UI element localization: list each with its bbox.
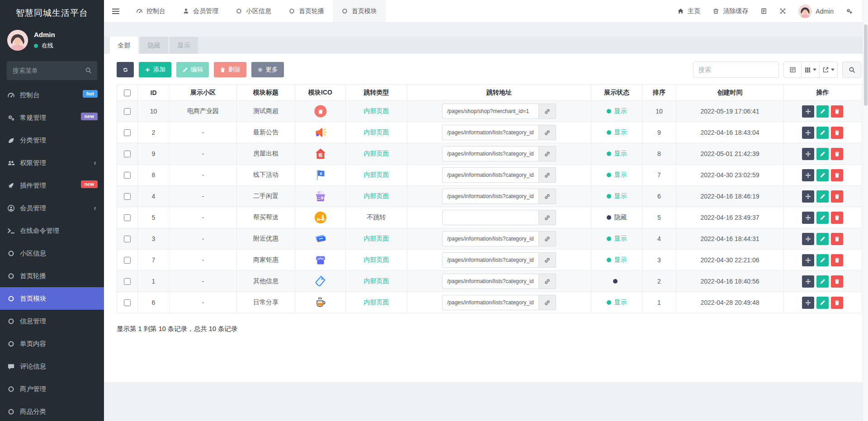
- home-link[interactable]: 主页: [677, 7, 700, 15]
- drag-sort-button[interactable]: [802, 127, 814, 139]
- jump-url-input[interactable]: [442, 274, 539, 289]
- edit-row-button[interactable]: [816, 212, 829, 224]
- row-checkbox[interactable]: [124, 151, 131, 157]
- header-title[interactable]: 模块标题: [237, 85, 295, 101]
- user-menu[interactable]: Admin: [798, 5, 834, 18]
- add-button[interactable]: 添加: [139, 62, 171, 77]
- clear-cache-button[interactable]: 清除缓存: [712, 7, 748, 15]
- delete-row-button[interactable]: [831, 169, 843, 181]
- sidebar-item-member[interactable]: 会员管理‹: [0, 197, 104, 219]
- avatar[interactable]: [7, 30, 28, 51]
- delete-row-button[interactable]: [831, 297, 843, 309]
- filter-tab-visible[interactable]: 显示: [170, 37, 198, 54]
- jump-url-input[interactable]: [442, 104, 539, 119]
- nav-tab-dashboard[interactable]: 控制台: [127, 0, 174, 22]
- jump-url-input[interactable]: [442, 189, 539, 204]
- delete-row-button[interactable]: [831, 233, 843, 245]
- link-button[interactable]: [539, 231, 556, 246]
- sidebar-item-home-module[interactable]: 首页模块: [0, 287, 104, 310]
- sidebar-item-general[interactable]: 常规管理new: [0, 106, 104, 129]
- row-checkbox[interactable]: [124, 214, 131, 221]
- link-button[interactable]: [539, 167, 556, 183]
- header-community[interactable]: 展示小区: [170, 85, 237, 101]
- select-all-checkbox[interactable]: [124, 90, 131, 96]
- link-button[interactable]: [539, 104, 556, 119]
- link-button[interactable]: [539, 274, 556, 289]
- sidebar-item-single-page[interactable]: 单页内容: [0, 332, 104, 355]
- drag-sort-button[interactable]: [802, 254, 814, 266]
- fullscreen-button[interactable]: [779, 8, 786, 14]
- link-button[interactable]: [539, 295, 556, 310]
- sidebar-item-dashboard[interactable]: 控制台hot: [0, 84, 104, 106]
- drag-sort-button[interactable]: [802, 105, 814, 118]
- sidebar-item-comments[interactable]: 评论信息: [0, 355, 104, 378]
- drag-sort-button[interactable]: [802, 275, 814, 288]
- drag-sort-button[interactable]: [802, 212, 814, 224]
- columns-button[interactable]: [802, 61, 820, 78]
- link-button[interactable]: [539, 252, 556, 268]
- nav-tab-member[interactable]: 会员管理: [174, 0, 227, 22]
- sidebar-item-information[interactable]: 信息管理: [0, 310, 104, 332]
- link-button[interactable]: [539, 189, 556, 204]
- header-status[interactable]: 展示状态: [591, 85, 642, 101]
- language-button[interactable]: [760, 8, 767, 14]
- edit-row-button[interactable]: [816, 254, 829, 266]
- edit-row-button[interactable]: [816, 297, 829, 309]
- delete-button[interactable]: 删除: [214, 62, 246, 77]
- row-checkbox[interactable]: [124, 257, 131, 264]
- row-checkbox[interactable]: [124, 172, 131, 179]
- search-toggle-button[interactable]: [842, 61, 861, 78]
- refresh-button[interactable]: [117, 62, 134, 77]
- jump-url-input[interactable]: [442, 295, 539, 310]
- nav-tab-banner[interactable]: 首页轮播: [280, 0, 333, 22]
- sidebar-search-input[interactable]: [7, 61, 97, 80]
- sidebar-item-addon[interactable]: 插件管理new: [0, 174, 104, 197]
- link-button[interactable]: [539, 210, 556, 225]
- delete-row-button[interactable]: [831, 105, 843, 118]
- jump-url-input[interactable]: [442, 125, 539, 140]
- row-checkbox[interactable]: [124, 299, 131, 306]
- jump-url-input[interactable]: [442, 252, 539, 268]
- edit-button[interactable]: 编辑: [176, 62, 209, 77]
- delete-row-button[interactable]: [831, 275, 843, 288]
- link-button[interactable]: [539, 146, 556, 161]
- row-checkbox[interactable]: [124, 108, 131, 115]
- sidebar-item-merchant[interactable]: 商户管理: [0, 378, 104, 400]
- header-jump-url[interactable]: 跳转地址: [407, 85, 591, 101]
- delete-row-button[interactable]: [831, 190, 843, 203]
- scrollbar-thumb[interactable]: [864, 24, 868, 106]
- drag-sort-button[interactable]: [802, 233, 814, 245]
- sidebar-item-goods-category[interactable]: 商品分类: [0, 400, 104, 421]
- edit-row-button[interactable]: [816, 190, 829, 203]
- hamburger-menu-icon[interactable]: [104, 0, 127, 22]
- filter-tab-hidden[interactable]: 隐藏: [140, 37, 168, 54]
- drag-sort-button[interactable]: [802, 297, 814, 309]
- header-ico[interactable]: 模块ICO: [295, 85, 346, 101]
- settings-button[interactable]: [846, 8, 853, 14]
- sidebar-item-command[interactable]: 在线命令管理: [0, 219, 104, 242]
- sidebar-item-community[interactable]: 小区信息: [0, 242, 104, 265]
- delete-row-button[interactable]: [831, 148, 843, 160]
- edit-row-button[interactable]: [816, 275, 829, 288]
- scrollbar[interactable]: [863, 0, 868, 421]
- edit-row-button[interactable]: [816, 105, 829, 118]
- more-button[interactable]: 更多: [251, 62, 284, 77]
- jump-url-input[interactable]: [442, 210, 539, 225]
- nav-tab-home-module[interactable]: 首页模块: [333, 0, 386, 22]
- drag-sort-button[interactable]: [802, 190, 814, 203]
- detail-view-button[interactable]: [783, 61, 802, 78]
- sidebar-item-auth[interactable]: 权限管理‹: [0, 151, 104, 174]
- nav-tab-community[interactable]: 小区信息: [227, 0, 280, 22]
- row-checkbox[interactable]: [124, 193, 131, 200]
- export-button[interactable]: [820, 61, 838, 78]
- drag-sort-button[interactable]: [802, 169, 814, 181]
- sidebar-item-banner[interactable]: 首页轮播: [0, 265, 104, 287]
- header-created[interactable]: 创建时间: [676, 85, 784, 101]
- row-checkbox[interactable]: [124, 236, 131, 242]
- header-id[interactable]: ID: [138, 85, 170, 101]
- header-jump-type[interactable]: 跳转类型: [346, 85, 407, 101]
- row-checkbox[interactable]: [124, 278, 131, 285]
- drag-sort-button[interactable]: [802, 148, 814, 160]
- table-search-input[interactable]: [693, 61, 779, 78]
- edit-row-button[interactable]: [816, 127, 829, 139]
